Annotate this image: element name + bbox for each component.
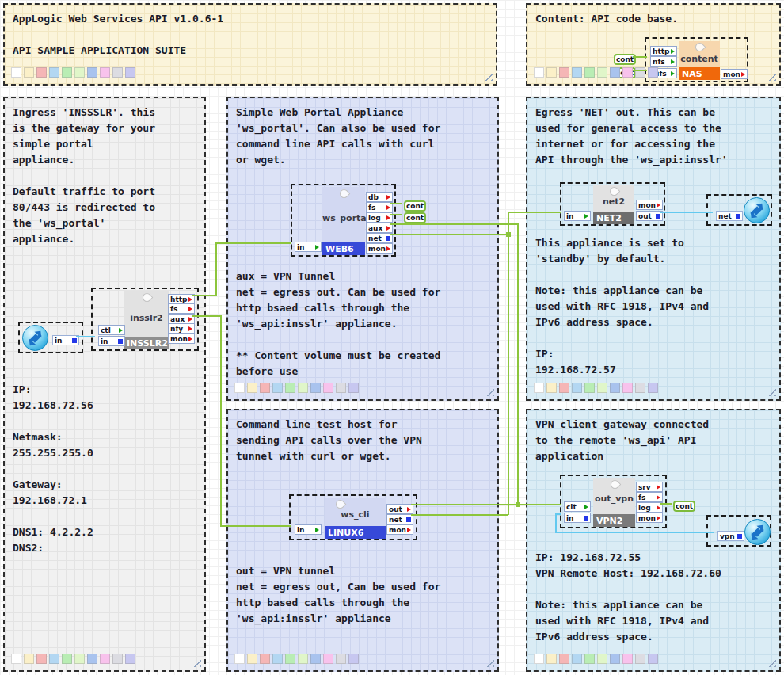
port-net[interactable]: net — [386, 514, 413, 524]
color-swatch[interactable] — [559, 383, 569, 393]
color-swatch[interactable] — [62, 654, 72, 664]
color-swatch[interactable] — [622, 383, 633, 393]
terminal-cont[interactable]: cont — [404, 212, 426, 223]
color-swatch[interactable] — [572, 67, 582, 78]
port-db[interactable]: db — [366, 192, 393, 202]
terminal-vpn[interactable]: vpn — [717, 531, 744, 541]
resize-handle[interactable] — [767, 71, 776, 81]
port-mon[interactable]: mon — [636, 513, 663, 523]
color-swatch[interactable] — [546, 67, 557, 78]
resize-handle[interactable] — [483, 71, 493, 81]
color-swatch[interactable] — [559, 67, 569, 78]
note-app-title[interactable]: AppLogic Web Services API v1.0.6-1 API S… — [3, 3, 497, 86]
color-swatch[interactable] — [546, 383, 557, 393]
port-in[interactable]: in — [295, 524, 322, 535]
gateway-icon[interactable] — [743, 196, 771, 224]
appliance-content[interactable]: content NAS http nfs cifs mon — [645, 37, 748, 82]
port-out[interactable]: out — [386, 504, 413, 514]
port-net[interactable]: net — [366, 233, 393, 243]
appliance-insslr2[interactable]: insslr2 INSSLR2 ctl in http fs aux nfy m… — [91, 288, 199, 351]
port-aux[interactable]: aux — [366, 223, 393, 233]
color-swatch[interactable] — [572, 383, 582, 393]
gateway-icon[interactable] — [21, 324, 49, 352]
color-swatch[interactable] — [572, 654, 582, 664]
color-swatch[interactable] — [648, 383, 658, 393]
color-swatch[interactable] — [546, 654, 557, 664]
color-swatch[interactable] — [36, 67, 47, 78]
color-swatch[interactable] — [247, 383, 257, 393]
color-swatch[interactable] — [348, 654, 359, 664]
gateway-icon[interactable] — [744, 518, 771, 546]
color-swatch[interactable] — [610, 383, 620, 393]
terminal-cont[interactable]: cont — [404, 200, 426, 212]
color-swatch[interactable] — [260, 654, 270, 664]
color-swatch[interactable] — [310, 383, 321, 393]
color-swatch[interactable] — [11, 654, 21, 664]
port-ctl[interactable]: ctl — [98, 325, 125, 335]
terminal-cont[interactable]: cont — [673, 501, 695, 512]
note-cli[interactable]: Command line test host for sending API c… — [226, 409, 499, 672]
note-portal[interactable]: Simple Web Portal Appliance 'ws_portal'.… — [226, 97, 499, 401]
port-out[interactable]: out — [636, 211, 663, 221]
color-swatch[interactable] — [323, 383, 333, 393]
resize-handle[interactable] — [192, 658, 201, 667]
gateway-terminal-net[interactable]: net — [706, 194, 772, 226]
color-swatch[interactable] — [260, 383, 270, 393]
color-swatch[interactable] — [635, 654, 645, 664]
color-swatch[interactable] — [559, 654, 569, 664]
port-log[interactable]: log — [366, 212, 393, 223]
note-egress[interactable]: Egress 'NET' out. This can be used for g… — [526, 97, 781, 401]
color-swatch[interactable] — [336, 654, 346, 664]
color-swatch[interactable] — [348, 383, 359, 393]
port-nfy[interactable]: nfy — [168, 323, 195, 334]
color-swatch[interactable] — [272, 654, 283, 664]
color-swatch[interactable] — [285, 654, 295, 664]
color-swatch[interactable] — [534, 383, 544, 393]
port-clt[interactable]: clt — [564, 501, 591, 512]
color-swatch[interactable] — [323, 654, 333, 664]
color-swatch[interactable] — [24, 67, 34, 78]
port-in[interactable]: in — [564, 211, 591, 221]
port-nfs[interactable]: nfs — [650, 56, 677, 67]
color-swatch[interactable] — [36, 654, 47, 664]
port-in[interactable]: in — [98, 336, 125, 346]
color-swatch[interactable] — [610, 67, 620, 78]
color-swatch[interactable] — [285, 383, 295, 393]
color-swatch[interactable] — [584, 654, 595, 664]
appliance-ws-cli[interactable]: ws_cli LINUX6 in out net mon — [289, 494, 417, 540]
color-swatch[interactable] — [336, 383, 346, 393]
terminal-in[interactable]: in — [52, 335, 79, 345]
color-swatch[interactable] — [597, 654, 607, 664]
terminal-net[interactable]: net — [716, 211, 743, 221]
color-swatch[interactable] — [310, 654, 321, 664]
color-swatch[interactable] — [635, 67, 645, 78]
appliance-net2[interactable]: net2 NET2 in mon out — [560, 182, 665, 226]
color-swatch[interactable] — [62, 67, 72, 78]
color-swatch[interactable] — [584, 67, 595, 78]
color-swatch[interactable] — [648, 67, 658, 78]
port-in[interactable]: in — [564, 513, 591, 523]
color-swatch[interactable] — [234, 383, 245, 393]
port-http[interactable]: http — [650, 46, 677, 56]
color-swatch[interactable] — [74, 654, 85, 664]
color-swatch[interactable] — [125, 654, 135, 664]
resize-handle[interactable] — [767, 658, 776, 667]
port-in[interactable]: in — [295, 242, 322, 252]
color-swatch[interactable] — [584, 383, 595, 393]
color-swatch[interactable] — [87, 654, 97, 664]
color-swatch[interactable] — [49, 67, 59, 78]
port-fs[interactable]: fs — [168, 303, 195, 314]
color-swatch[interactable] — [247, 654, 257, 664]
color-swatch[interactable] — [597, 67, 607, 78]
port-mon[interactable]: mon — [168, 334, 195, 344]
color-swatch[interactable] — [534, 67, 544, 78]
color-swatch[interactable] — [597, 383, 607, 393]
port-srv[interactable]: srv — [636, 482, 663, 492]
color-swatch[interactable] — [234, 654, 245, 664]
note-ingress[interactable]: Ingress 'INSSSLR'. this is the gateway f… — [3, 97, 206, 672]
appliance-ws-portal[interactable]: ws_portal WEB6 in db fs log aux net mon — [291, 184, 396, 257]
color-swatch[interactable] — [49, 654, 59, 664]
color-swatch[interactable] — [24, 654, 34, 664]
color-swatch[interactable] — [622, 67, 633, 78]
color-swatch[interactable] — [610, 654, 620, 664]
